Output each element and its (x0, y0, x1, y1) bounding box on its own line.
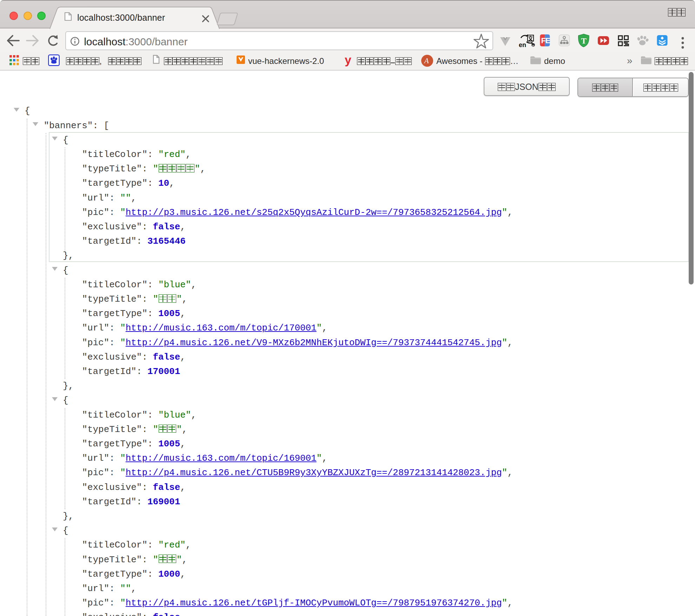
svg-text:E: E (545, 36, 550, 45)
svg-text:T: T (581, 37, 586, 45)
svg-text:A: A (424, 57, 429, 65)
svg-text:w: w (532, 44, 535, 47)
svg-text:en: en (519, 41, 526, 48)
